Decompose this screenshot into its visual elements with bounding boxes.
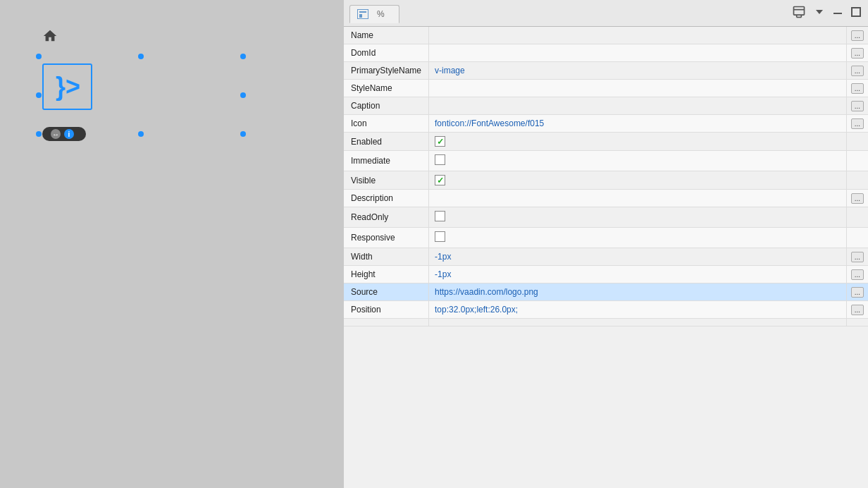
table-row[interactable]: Positiontop:32.0px;left:26.0px;... xyxy=(344,301,868,319)
table-row[interactable]: StyleName... xyxy=(344,80,868,97)
table-row[interactable]: Iconfonticon://FontAwesome/f015... xyxy=(344,115,868,133)
table-row[interactable]: Immediate xyxy=(344,151,868,171)
prop-more-cell[interactable]: ... xyxy=(846,266,868,283)
prop-value-cell: https://vaadin.com/logo.png xyxy=(429,283,847,301)
bracket-right: > xyxy=(66,72,80,102)
prop-value-cell[interactable] xyxy=(429,207,847,228)
maximize-button[interactable] xyxy=(850,6,862,20)
prop-more-cell[interactable]: ... xyxy=(846,97,868,115)
toolbar-icons xyxy=(790,4,862,23)
dropdown-button[interactable] xyxy=(813,6,826,20)
table-row[interactable]: Width-1px... xyxy=(344,248,868,266)
table-row[interactable]: Responsive xyxy=(344,228,868,248)
prop-name-cell: Immediate xyxy=(344,151,429,171)
prop-more-cell[interactable]: ... xyxy=(846,301,868,319)
prop-value-cell: top:32.0px;left:26.0px; xyxy=(429,301,847,319)
tab-percent: % xyxy=(377,9,385,19)
more-button[interactable]: ... xyxy=(851,305,864,315)
prop-value-cell xyxy=(429,190,847,207)
prop-more-cell[interactable]: ... xyxy=(846,283,868,301)
prop-name-cell: Icon xyxy=(344,115,429,133)
prop-name-cell: Height xyxy=(344,266,429,283)
prop-name-cell: PrimaryStyleName xyxy=(344,62,429,80)
prop-name-cell: Source xyxy=(344,283,429,301)
more-button[interactable]: ... xyxy=(851,48,864,59)
more-button[interactable]: ... xyxy=(851,252,864,262)
selection-dot-lc xyxy=(36,92,42,98)
table-row[interactable]: Enabled xyxy=(344,133,868,151)
table-row[interactable] xyxy=(344,319,868,327)
table-row[interactable]: Description... xyxy=(344,190,868,207)
arrow-icon: ↔ xyxy=(51,129,61,139)
selection-dot-rc xyxy=(240,92,246,98)
prop-value-cell xyxy=(429,44,847,62)
more-button[interactable]: ... xyxy=(851,269,864,280)
prop-name-cell: StyleName xyxy=(344,80,429,97)
table-row[interactable]: PrimaryStyleNamev-image... xyxy=(344,62,868,80)
prop-value-cell: fonticon://FontAwesome/f015 xyxy=(429,115,847,133)
prop-name-cell: Visible xyxy=(344,171,429,190)
prop-more-cell[interactable]: ... xyxy=(846,80,868,97)
tab-bar: % xyxy=(344,0,868,27)
table-row[interactable]: Name... xyxy=(344,27,868,44)
bracket-left: } xyxy=(56,72,66,102)
properties-table-wrapper: Name...DomId...PrimaryStyleNamev-image..… xyxy=(344,27,868,488)
prop-more-cell xyxy=(846,319,868,327)
prop-more-cell xyxy=(846,228,868,248)
prop-name-cell: Position xyxy=(344,301,429,319)
prop-more-cell[interactable]: ... xyxy=(846,62,868,80)
prop-value-cell: -1px xyxy=(429,266,847,283)
checkbox[interactable] xyxy=(435,154,445,165)
prop-name-cell: Responsive xyxy=(344,228,429,248)
prop-name-cell: Description xyxy=(344,190,429,207)
more-button[interactable]: ... xyxy=(851,193,864,204)
pin-button[interactable] xyxy=(790,4,807,23)
prop-more-cell xyxy=(846,207,868,228)
checkbox[interactable] xyxy=(435,175,445,185)
prop-more-cell[interactable]: ... xyxy=(846,44,868,62)
prop-more-cell[interactable]: ... xyxy=(846,190,868,207)
prop-more-cell[interactable]: ... xyxy=(846,115,868,133)
right-panel: % xyxy=(344,0,868,488)
prop-value-cell[interactable] xyxy=(429,151,847,171)
selection-dot-tr xyxy=(240,54,246,59)
prop-name-cell: Enabled xyxy=(344,133,429,151)
svg-marker-5 xyxy=(816,10,823,14)
checkbox[interactable] xyxy=(435,231,445,242)
checkbox[interactable] xyxy=(435,211,445,221)
table-row[interactable]: Visible xyxy=(344,171,868,190)
table-row[interactable]: ReadOnly xyxy=(344,207,868,228)
prop-value-cell[interactable] xyxy=(429,133,847,151)
selection-dot-bl xyxy=(36,131,42,137)
minimize-button[interactable] xyxy=(831,6,844,20)
prop-value-cell[interactable] xyxy=(429,228,847,248)
prop-more-cell xyxy=(846,171,868,190)
more-button[interactable]: ... xyxy=(851,287,864,298)
prop-value-cell[interactable] xyxy=(429,171,847,190)
table-row[interactable]: Caption... xyxy=(344,97,868,115)
prop-name-cell: Name xyxy=(344,27,429,44)
prop-more-cell[interactable]: ... xyxy=(846,248,868,266)
vaadin-widget[interactable]: } > ↔ i xyxy=(39,56,243,134)
more-button[interactable]: ... xyxy=(851,118,864,129)
prop-value-cell: -1px xyxy=(429,248,847,266)
more-button[interactable]: ... xyxy=(851,101,864,111)
more-button[interactable]: ... xyxy=(851,83,864,94)
info-icon: i xyxy=(64,129,74,139)
svg-rect-0 xyxy=(794,7,805,16)
table-row[interactable]: DomId... xyxy=(344,44,868,62)
more-button[interactable]: ... xyxy=(851,30,864,41)
properties-tab[interactable]: % xyxy=(349,5,399,23)
table-row[interactable]: Sourcehttps://vaadin.com/logo.png... xyxy=(344,283,868,301)
prop-name-cell: Caption xyxy=(344,97,429,115)
prop-value-cell: v-image xyxy=(429,62,847,80)
svg-rect-7 xyxy=(852,8,860,16)
selection-dot-br xyxy=(240,131,246,137)
prop-name-cell: DomId xyxy=(344,44,429,62)
size-badge: ↔ i xyxy=(42,127,86,141)
more-button[interactable]: ... xyxy=(851,66,864,76)
table-row[interactable]: Height-1px... xyxy=(344,266,868,283)
checkbox[interactable] xyxy=(435,136,445,147)
prop-more-cell[interactable]: ... xyxy=(846,27,868,44)
selection-dot-bc xyxy=(138,131,144,137)
